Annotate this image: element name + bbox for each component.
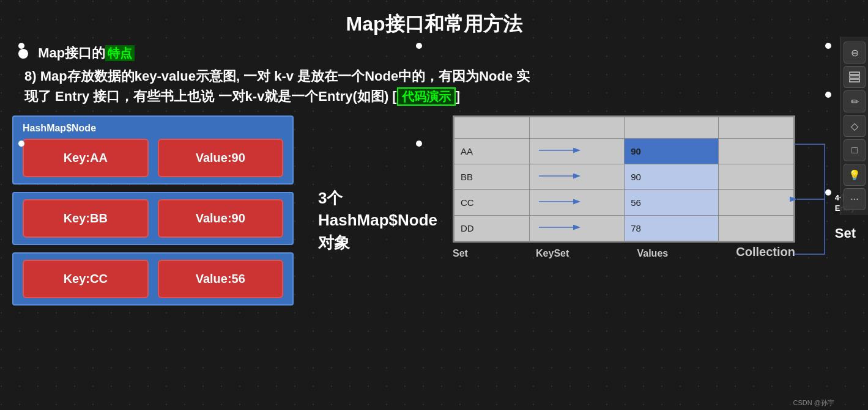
arrow-svg-3 <box>536 192 585 211</box>
node-row-2: Key:BB Value:90 <box>23 199 283 238</box>
arrow-svg-2 <box>536 167 585 185</box>
bottom-labels: Set KeySet Values Collection <box>453 245 795 259</box>
td-key-3: CC <box>454 190 530 216</box>
td-extra-4 <box>718 216 793 241</box>
table-diagram: AA 90 BB <box>453 115 811 313</box>
arrow-svg-4 <box>536 218 585 236</box>
td-value-3: 56 <box>625 190 719 216</box>
middle-line3: 对象 <box>318 232 350 254</box>
dot-mid <box>416 141 422 147</box>
td-key-4: DD <box>454 216 530 241</box>
toolbar-rect-btn[interactable]: □ <box>844 139 866 161</box>
dot-right-bot <box>825 189 831 196</box>
td-mid-1 <box>529 139 624 164</box>
bullet-dot <box>18 49 28 59</box>
th-4 <box>718 117 793 139</box>
key-box-1: Key:AA <box>23 139 149 177</box>
watermark: CSDN @孙宇 <box>793 398 834 408</box>
middle-line1: 3个 <box>318 187 343 209</box>
svg-rect-6 <box>850 76 859 78</box>
bottom-keyset-label: KeySet <box>536 248 569 259</box>
content-area: Map接口的特点 8) Map存放数据的key-value示意图, 一对 k-v… <box>0 44 868 106</box>
td-extra-2 <box>718 164 793 190</box>
middle-line2: HashMap$Node <box>318 209 437 231</box>
code-demo-label[interactable]: 代码演示 <box>397 87 456 106</box>
diagrams-area: HashMap$Node Key:AA Value:90 Key:BB Valu… <box>0 109 868 319</box>
toolbar-bulb-btn[interactable]: 💡 <box>844 164 866 186</box>
toolbar-diamond-btn[interactable]: ◇ <box>844 115 866 137</box>
th-2 <box>529 117 624 139</box>
highlight-text: 特点 <box>105 45 135 61</box>
table-row: DD 78 <box>454 216 794 241</box>
key-box-2: Key:BB <box>23 199 149 238</box>
bottom-set-label: Set <box>453 248 468 259</box>
set-label: Set <box>835 225 856 241</box>
td-mid-3 <box>529 190 624 216</box>
table-row: BB 90 <box>454 164 794 190</box>
dot-2 <box>416 43 422 49</box>
svg-rect-5 <box>850 72 859 75</box>
layers-icon <box>848 71 861 83</box>
toolbar-pen-btn[interactable]: ✏ <box>844 90 866 112</box>
table-row: CC 56 <box>454 190 794 216</box>
td-key-1: AA <box>454 139 530 164</box>
dot-left <box>18 141 24 147</box>
arrow-svg-1 <box>536 141 585 159</box>
value-box-3: Value:56 <box>158 260 284 298</box>
page-title: Map接口和常用方法 <box>0 0 868 44</box>
node-row-1: Key:AA Value:90 <box>23 139 283 177</box>
bracket-svg <box>788 138 837 260</box>
hashmap-nodes-panel: HashMap$Node Key:AA Value:90 Key:BB Valu… <box>12 115 294 313</box>
diagram-outer: AA 90 BB <box>453 115 795 243</box>
bottom-collection-label: Collection <box>736 245 795 259</box>
td-value-2: 90 <box>625 164 719 190</box>
node-row-3: Key:CC Value:56 <box>23 260 283 298</box>
toolbar: ⊖ ✏ ◇ □ 💡 ··· <box>840 37 868 215</box>
value-box-2: Value:90 <box>158 199 284 238</box>
td-key-2: BB <box>454 164 530 190</box>
node-label-1: HashMap$Node <box>23 123 283 134</box>
th-3 <box>625 117 719 139</box>
value-box-1: Value:90 <box>158 139 284 177</box>
bullet-point: Map接口的特点 <box>18 44 850 62</box>
dot-right-top <box>825 92 831 98</box>
td-value-1: 90 <box>625 139 719 164</box>
node-container-2: Key:BB Value:90 <box>12 192 294 245</box>
middle-label: 3个 HashMap$Node 对象 <box>318 115 428 313</box>
td-mid-2 <box>529 164 624 190</box>
key-box-3: Key:CC <box>23 260 149 298</box>
td-extra-3 <box>718 190 793 216</box>
th-1 <box>454 117 530 139</box>
td-value-4: 78 <box>625 216 719 241</box>
table-row: AA 90 <box>454 139 794 164</box>
bottom-values-label: Values <box>637 248 668 259</box>
td-extra-1 <box>718 139 793 164</box>
bullet-label: Map接口的特点 <box>38 45 135 60</box>
desc-line2: 现了 Entry 接口，有些书上也说 一对k-v就是一个Entry(如图) [代… <box>24 89 460 104</box>
node-container-1: HashMap$Node Key:AA Value:90 <box>12 115 294 185</box>
map-table: AA 90 BB <box>454 117 794 241</box>
toolbar-minus-btn[interactable]: ⊖ <box>844 42 866 64</box>
toolbar-more-btn[interactable]: ··· <box>844 188 866 210</box>
toolbar-layers-btn[interactable] <box>844 66 866 88</box>
description: 8) Map存放数据的key-value示意图, 一对 k-v 是放在一个Nod… <box>24 66 850 106</box>
td-mid-4 <box>529 216 624 241</box>
desc-line1: 8) Map存放数据的key-value示意图, 一对 k-v 是放在一个Nod… <box>24 68 530 84</box>
dot-1 <box>18 43 24 49</box>
svg-rect-7 <box>850 79 859 82</box>
dot-3 <box>825 43 831 49</box>
node-container-3: Key:CC Value:56 <box>12 252 294 306</box>
